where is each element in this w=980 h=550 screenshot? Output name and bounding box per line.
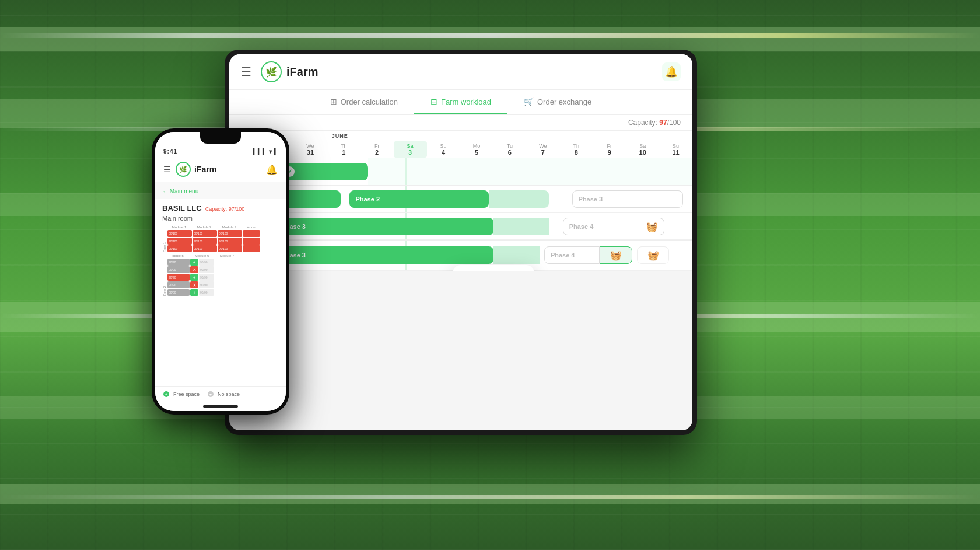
phase-4b-bar[interactable]: Phase 4 (544, 246, 600, 264)
cell-r1m4-1 (243, 230, 260, 237)
phone-home-bar (155, 402, 286, 411)
legend-no-dot: ● (208, 391, 214, 397)
tablet-nav: ⊞ Order calculation ⊟ Farm workload 🛒 Or… (229, 90, 692, 115)
phone-back-nav[interactable]: ← Main menu (155, 182, 286, 199)
phone-app-name: iFarm (194, 165, 216, 174)
tab-order-calc-label: Order calculation (341, 98, 398, 106)
phone-time: 9:41 (163, 148, 177, 155)
tablet-header: ☰ 🌿 iFarm 🔔 (229, 54, 692, 90)
row-2-label: Row 2 (162, 259, 167, 296)
workload-icon: ⊟ (430, 97, 438, 106)
cal-day-8: Th8 (559, 141, 593, 158)
cell-r1m3-1: 90/100 (218, 230, 242, 237)
cell-r1m2-2: 90/100 (192, 238, 217, 245)
phone-capacity: Capacity: 97/100 (205, 206, 245, 212)
calc-icon: ⊞ (330, 97, 337, 106)
cal-day-10: Sa10 (626, 141, 659, 158)
tablet-logo-icon: 🌿 (261, 61, 282, 82)
phase-2-bar[interactable]: Phase 2 (349, 190, 488, 208)
module-7-header: Module 7 (215, 254, 239, 257)
cal-day-31: We31 (294, 141, 327, 158)
basket-icon: 🧺 (646, 221, 658, 232)
cell-r2m6-x-2[interactable]: ✕ (190, 281, 198, 288)
cell-r1m2-1: 90/100 (192, 230, 217, 237)
cell-r2m5-3: 90/90 (167, 274, 190, 281)
phone-back-label: ← Main menu (162, 188, 198, 194)
phase-3b-bar[interactable]: Phase 3 (275, 246, 493, 264)
legend-no-space: ● No space (208, 391, 240, 397)
cell-r1m4-3 (243, 245, 260, 252)
phone-notch (200, 132, 241, 144)
harvest-popup: Harvesting 5 Kgs (453, 265, 534, 271)
cell-r1m1-1: 90/100 (167, 230, 192, 237)
cal-day-5: Mo5 (460, 141, 493, 158)
phone-screen: 9:41 ▎▎▎ ▾ ▌ ☰ 🌿 iFarm 🔔 ← Main menu (155, 132, 286, 411)
cell-r2m6-x-1[interactable]: ✕ (190, 266, 198, 273)
cell-r2m6-2: 90/90 (199, 266, 214, 273)
cell-r2m6-add-2[interactable]: + (190, 274, 198, 281)
cal-day-9: Fr9 (593, 141, 626, 158)
tablet-bell-icon[interactable]: 🔔 (662, 62, 681, 81)
phone-legend: + Free space ● No space (155, 386, 286, 402)
cell-r2m5-4: 90/90 (167, 281, 190, 288)
gantt-row-1: Phase 5 📅 ✓ (229, 158, 692, 186)
tablet-device: ☰ 🌿 iFarm 🔔 ⊞ Order calculation ⊟ Farm w… (225, 50, 697, 435)
tablet-app-name: iFarm (286, 65, 318, 79)
gantt-body: Phase 5 📅 ✓ Phase 1 (229, 158, 692, 271)
tablet-logo: 🌿 iFarm (261, 61, 318, 82)
capacity-bar: Capacity: 97/100 (229, 115, 692, 131)
phase-4-basket-active[interactable]: 🧺 (600, 246, 632, 264)
phase-4-label: Phase 4 (569, 223, 594, 230)
month-june: JUNE (327, 131, 692, 141)
basket-gray-icon: 🧺 (648, 250, 659, 261)
phone-room: Main room (162, 215, 279, 222)
phase-3-bar[interactable]: Phase 3 (275, 218, 493, 235)
cell-r2m6-3: 90/90 (199, 274, 214, 281)
cell-r1m1-3: 90/100 (167, 245, 192, 252)
tab-order-calculation[interactable]: ⊞ Order calculation (314, 90, 414, 114)
phone-logo: 🌿 iFarm (176, 162, 216, 177)
capacity-label: Capacity: (628, 119, 657, 127)
phone-signal-icons: ▎▎▎ ▾ ▌ (253, 148, 278, 155)
phase-2-label: Phase 2 (355, 196, 380, 203)
module-6-header: Module 6 (190, 254, 214, 257)
phone-bell-icon[interactable]: 🔔 (266, 164, 278, 175)
row-1-label: Row 1 (162, 230, 167, 252)
phone-content: BASIL LLC Capacity: 97/100 Main room Mod… (155, 199, 286, 386)
cal-day-2: Fr2 (360, 141, 394, 158)
tab-order-exchange[interactable]: 🛒 Order exchange (508, 90, 608, 114)
home-indicator (203, 405, 238, 408)
cal-day-6: Tu6 (493, 141, 526, 158)
phase-3-outline-label: Phase 3 (579, 196, 603, 203)
module-5-header: odule 5 (167, 254, 189, 257)
cal-day-3-today: Sa3 (394, 141, 427, 158)
hamburger-menu-icon[interactable]: ☰ (241, 65, 251, 79)
cell-r2m6-add-3[interactable]: + (190, 289, 198, 296)
cell-r2m5-1: 90/90 (167, 259, 190, 266)
tab-farm-workload[interactable]: ⊟ Farm workload (414, 90, 508, 114)
phase-4b-label: Phase 4 (551, 252, 575, 259)
exchange-icon: 🛒 (524, 97, 534, 106)
basket-active-icon: 🧺 (610, 250, 622, 261)
phone-header: ☰ 🌿 iFarm 🔔 (155, 158, 286, 182)
phase-3-outline-bar[interactable]: Phase 3 (572, 190, 684, 208)
cal-day-11: Su11 (659, 141, 692, 158)
cell-r2m5-2: 90/90 (167, 266, 190, 273)
tab-farm-workload-label: Farm workload (441, 98, 491, 106)
cell-r1m4-2 (243, 238, 260, 245)
row-2-group: Row 2 90/90 + 90/90 (162, 259, 279, 296)
module-3-header: Module 3 (217, 225, 242, 229)
phase-basket-gray[interactable]: 🧺 (637, 246, 670, 264)
cell-r2m6-add-1[interactable]: + (190, 259, 198, 266)
cell-r2m6-5: 90/90 (199, 289, 214, 296)
cell-r1m1-2: 90/100 (167, 238, 192, 245)
module-4-header: Modu (242, 225, 260, 229)
cal-day-1: Th1 (327, 141, 360, 158)
cell-r2m6-1: 90/90 (199, 259, 214, 266)
capacity-current: 97 (659, 119, 667, 127)
tablet-screen: ☰ 🌿 iFarm 🔔 ⊞ Order calculation ⊟ Farm w… (229, 54, 692, 430)
phone-hamburger-icon[interactable]: ☰ (163, 165, 171, 174)
phone-logo-icon: 🌿 (176, 162, 191, 177)
phase-4-bar[interactable]: Phase 4 🧺 (563, 218, 665, 235)
row-1-group: Row 1 90/100 90/100 90/100 (162, 230, 279, 252)
